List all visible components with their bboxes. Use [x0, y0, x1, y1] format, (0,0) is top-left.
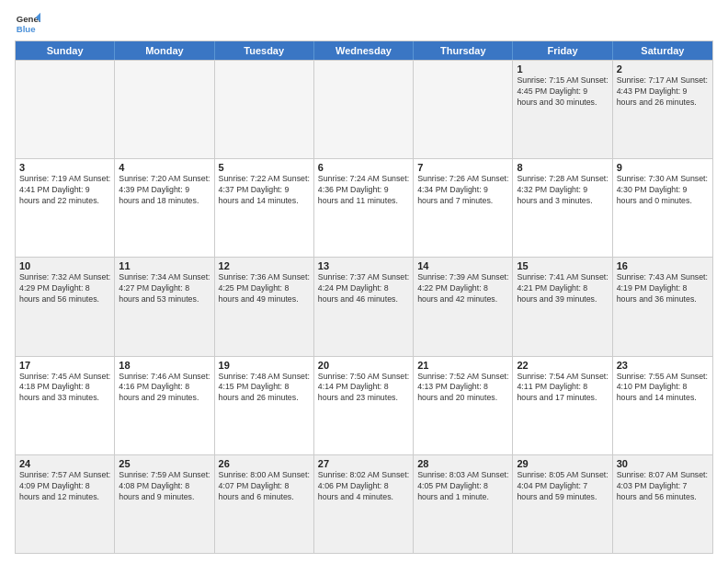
day-header-thursday: Thursday	[414, 41, 513, 60]
day-number: 29	[517, 458, 608, 469]
calendar-cell	[115, 61, 214, 158]
day-number: 18	[119, 360, 210, 371]
calendar-cell: 22Sunrise: 7:54 AM Sunset: 4:11 PM Dayli…	[513, 357, 612, 454]
calendar-cell: 23Sunrise: 7:55 AM Sunset: 4:10 PM Dayli…	[613, 357, 712, 454]
day-header-friday: Friday	[513, 41, 612, 60]
calendar-cell: 10Sunrise: 7:32 AM Sunset: 4:29 PM Dayli…	[16, 258, 115, 355]
calendar-cell: 19Sunrise: 7:48 AM Sunset: 4:15 PM Dayli…	[215, 357, 314, 454]
calendar-cell: 4Sunrise: 7:20 AM Sunset: 4:39 PM Daylig…	[115, 159, 214, 257]
calendar-cell: 6Sunrise: 7:24 AM Sunset: 4:36 PM Daylig…	[314, 159, 414, 257]
calendar-row: 3Sunrise: 7:19 AM Sunset: 4:41 PM Daylig…	[16, 158, 712, 257]
day-info: Sunrise: 7:36 AM Sunset: 4:25 PM Dayligh…	[219, 272, 310, 305]
day-number: 20	[318, 360, 409, 371]
header: General Blue	[15, 11, 713, 37]
day-number: 6	[318, 162, 409, 173]
day-number: 10	[19, 260, 110, 271]
calendar-cell: 2Sunrise: 7:17 AM Sunset: 4:43 PM Daylig…	[613, 61, 712, 158]
calendar-cell: 5Sunrise: 7:22 AM Sunset: 4:37 PM Daylig…	[215, 159, 314, 257]
calendar-cell	[215, 61, 314, 158]
calendar-cell: 3Sunrise: 7:19 AM Sunset: 4:41 PM Daylig…	[16, 159, 115, 257]
day-number: 21	[417, 360, 508, 371]
day-info: Sunrise: 7:28 AM Sunset: 4:32 PM Dayligh…	[517, 174, 608, 207]
day-number: 4	[119, 162, 210, 173]
day-number: 28	[417, 458, 508, 469]
calendar-cell: 12Sunrise: 7:36 AM Sunset: 4:25 PM Dayli…	[215, 258, 314, 355]
day-header-monday: Monday	[115, 41, 214, 60]
calendar-cell: 26Sunrise: 8:00 AM Sunset: 4:07 PM Dayli…	[215, 455, 314, 553]
calendar-cell: 24Sunrise: 7:57 AM Sunset: 4:09 PM Dayli…	[16, 455, 115, 553]
calendar-cell	[414, 61, 513, 158]
calendar-cell: 14Sunrise: 7:39 AM Sunset: 4:22 PM Dayli…	[414, 258, 513, 355]
logo-icon: General Blue	[15, 11, 40, 37]
calendar-cell: 18Sunrise: 7:46 AM Sunset: 4:16 PM Dayli…	[115, 357, 214, 454]
day-info: Sunrise: 7:32 AM Sunset: 4:29 PM Dayligh…	[19, 272, 110, 305]
day-info: Sunrise: 7:55 AM Sunset: 4:10 PM Dayligh…	[617, 372, 709, 405]
calendar-cell: 11Sunrise: 7:34 AM Sunset: 4:27 PM Dayli…	[115, 258, 214, 355]
day-number: 7	[417, 162, 508, 173]
calendar-row: 17Sunrise: 7:45 AM Sunset: 4:18 PM Dayli…	[16, 356, 712, 454]
day-number: 12	[219, 260, 310, 271]
day-number: 15	[517, 260, 608, 271]
day-info: Sunrise: 8:02 AM Sunset: 4:06 PM Dayligh…	[318, 470, 409, 503]
day-info: Sunrise: 7:24 AM Sunset: 4:36 PM Dayligh…	[318, 174, 409, 207]
day-number: 1	[517, 63, 608, 75]
day-info: Sunrise: 7:30 AM Sunset: 4:30 PM Dayligh…	[617, 174, 709, 207]
day-info: Sunrise: 8:05 AM Sunset: 4:04 PM Dayligh…	[517, 470, 608, 503]
day-info: Sunrise: 7:45 AM Sunset: 4:18 PM Dayligh…	[19, 372, 110, 405]
day-info: Sunrise: 7:54 AM Sunset: 4:11 PM Dayligh…	[517, 372, 608, 405]
day-number: 16	[617, 260, 709, 271]
day-info: Sunrise: 7:57 AM Sunset: 4:09 PM Dayligh…	[19, 470, 110, 503]
day-header-saturday: Saturday	[613, 41, 712, 60]
day-number: 8	[517, 162, 608, 173]
day-number: 14	[417, 260, 508, 271]
calendar-cell: 29Sunrise: 8:05 AM Sunset: 4:04 PM Dayli…	[513, 455, 612, 553]
calendar-cell	[314, 61, 414, 158]
calendar-body: 1Sunrise: 7:15 AM Sunset: 4:45 PM Daylig…	[16, 60, 712, 553]
day-info: Sunrise: 7:20 AM Sunset: 4:39 PM Dayligh…	[119, 174, 210, 207]
day-info: Sunrise: 7:59 AM Sunset: 4:08 PM Dayligh…	[119, 470, 210, 503]
day-header-tuesday: Tuesday	[215, 41, 314, 60]
day-number: 30	[617, 458, 709, 469]
page: General Blue SundayMondayTuesdayWednesda…	[0, 0, 728, 563]
calendar-cell: 28Sunrise: 8:03 AM Sunset: 4:05 PM Dayli…	[414, 455, 513, 553]
calendar-header: SundayMondayTuesdayWednesdayThursdayFrid…	[16, 41, 712, 60]
day-number: 17	[19, 360, 110, 371]
day-info: Sunrise: 7:37 AM Sunset: 4:24 PM Dayligh…	[318, 272, 409, 305]
day-info: Sunrise: 8:03 AM Sunset: 4:05 PM Dayligh…	[417, 470, 508, 503]
calendar-cell: 8Sunrise: 7:28 AM Sunset: 4:32 PM Daylig…	[513, 159, 612, 257]
day-info: Sunrise: 7:15 AM Sunset: 4:45 PM Dayligh…	[517, 75, 608, 109]
day-number: 27	[318, 458, 409, 469]
calendar-cell: 25Sunrise: 7:59 AM Sunset: 4:08 PM Dayli…	[115, 455, 214, 553]
calendar-cell: 16Sunrise: 7:43 AM Sunset: 4:19 PM Dayli…	[613, 258, 712, 355]
day-number: 11	[119, 260, 210, 271]
svg-text:General: General	[17, 14, 40, 24]
day-info: Sunrise: 7:50 AM Sunset: 4:14 PM Dayligh…	[318, 372, 409, 405]
day-number: 2	[617, 63, 709, 75]
day-number: 19	[219, 360, 310, 371]
day-info: Sunrise: 7:39 AM Sunset: 4:22 PM Dayligh…	[417, 272, 508, 305]
day-info: Sunrise: 7:22 AM Sunset: 4:37 PM Dayligh…	[219, 174, 310, 207]
calendar-cell: 9Sunrise: 7:30 AM Sunset: 4:30 PM Daylig…	[613, 159, 712, 257]
calendar-cell: 7Sunrise: 7:26 AM Sunset: 4:34 PM Daylig…	[414, 159, 513, 257]
day-number: 23	[617, 360, 709, 371]
day-info: Sunrise: 8:00 AM Sunset: 4:07 PM Dayligh…	[219, 470, 310, 503]
day-number: 9	[617, 162, 709, 173]
day-number: 24	[19, 458, 110, 469]
calendar-row: 24Sunrise: 7:57 AM Sunset: 4:09 PM Dayli…	[16, 454, 712, 553]
calendar-cell: 30Sunrise: 8:07 AM Sunset: 4:03 PM Dayli…	[613, 455, 712, 553]
day-info: Sunrise: 7:48 AM Sunset: 4:15 PM Dayligh…	[219, 372, 310, 405]
calendar-cell: 13Sunrise: 7:37 AM Sunset: 4:24 PM Dayli…	[314, 258, 414, 355]
svg-text:Blue: Blue	[17, 24, 36, 34]
calendar-cell: 1Sunrise: 7:15 AM Sunset: 4:45 PM Daylig…	[513, 61, 612, 158]
day-info: Sunrise: 7:52 AM Sunset: 4:13 PM Dayligh…	[417, 372, 508, 405]
day-number: 3	[19, 162, 110, 173]
day-number: 5	[219, 162, 310, 173]
logo: General Blue	[15, 11, 40, 37]
day-header-sunday: Sunday	[16, 41, 115, 60]
day-info: Sunrise: 7:34 AM Sunset: 4:27 PM Dayligh…	[119, 272, 210, 305]
day-number: 13	[318, 260, 409, 271]
calendar-row: 1Sunrise: 7:15 AM Sunset: 4:45 PM Daylig…	[16, 60, 712, 158]
day-info: Sunrise: 7:46 AM Sunset: 4:16 PM Dayligh…	[119, 372, 210, 405]
calendar-cell: 15Sunrise: 7:41 AM Sunset: 4:21 PM Dayli…	[513, 258, 612, 355]
calendar: SundayMondayTuesdayWednesdayThursdayFrid…	[15, 40, 713, 554]
